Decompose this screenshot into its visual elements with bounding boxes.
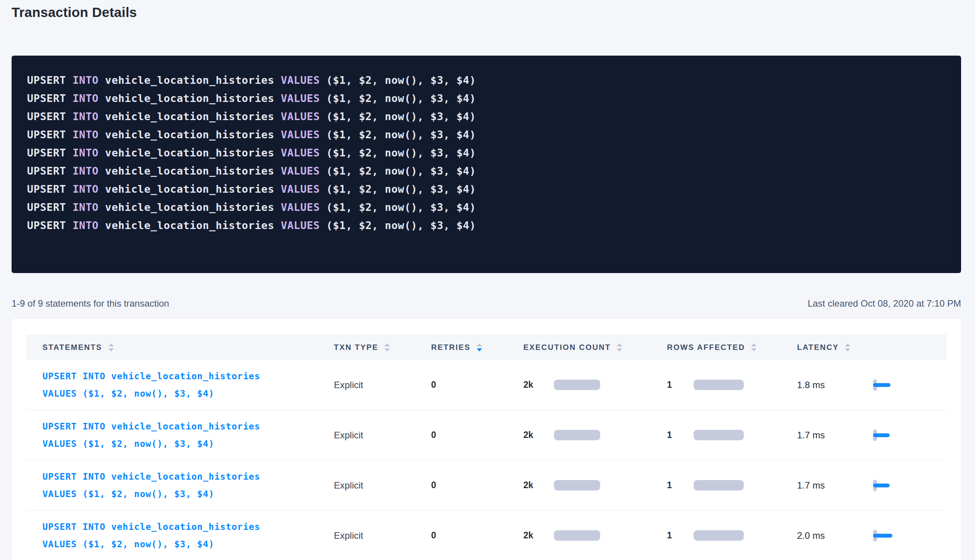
sql-text: ($1, $2, now(), $3, $4) xyxy=(320,147,476,159)
sql-text: vehicle_location_histories xyxy=(98,201,281,213)
column-header-latency[interactable]: LATENCY xyxy=(797,343,946,352)
sql-text: UPSERT xyxy=(27,183,66,195)
sort-arrows-icon xyxy=(384,343,390,351)
column-label: EXECUTION COUNT xyxy=(523,343,611,352)
sort-desc-icon xyxy=(384,348,390,351)
latency-cell: 1.8 ms xyxy=(797,379,946,391)
statement-line: UPSERT INTO vehicle_location_histories xyxy=(42,468,334,485)
sql-text: UPSERT xyxy=(27,92,66,104)
column-header-txn-type[interactable]: TXN TYPE xyxy=(334,343,431,352)
txn-type-cell: Explicit xyxy=(334,530,431,541)
column-header-rows-affected[interactable]: ROWS AFFECTED xyxy=(667,343,797,352)
sort-desc-icon xyxy=(751,348,757,351)
page-title: Transaction Details xyxy=(12,5,137,20)
rows-affected-value: 1 xyxy=(667,430,694,440)
latency-cell: 1.7 ms xyxy=(797,479,946,492)
sql-text: UPSERT xyxy=(27,110,66,122)
column-header-execution-count[interactable]: EXECUTION COUNT xyxy=(523,343,667,352)
scrollbar-track[interactable] xyxy=(975,0,980,560)
sql-text: vehicle_location_histories xyxy=(98,165,281,177)
latency-bar-chart xyxy=(873,479,892,492)
sql-statement-line: UPSERT INTO vehicle_location_histories V… xyxy=(27,144,946,162)
sql-statement-lines: UPSERT INTO vehicle_location_histories V… xyxy=(27,71,946,234)
rows-affected-bar xyxy=(694,430,744,440)
sql-keyword: INTO xyxy=(73,201,98,213)
sql-statement-line: UPSERT INTO vehicle_location_histories V… xyxy=(27,126,946,144)
sql-text: UPSERT xyxy=(27,219,66,231)
sql-text: vehicle_location_histories xyxy=(98,219,281,231)
sql-keyword: VALUES xyxy=(281,92,320,104)
table-body: UPSERT INTO vehicle_location_historiesVA… xyxy=(26,360,946,560)
sql-keyword: INTO xyxy=(73,147,98,159)
rows-affected-value: 1 xyxy=(667,380,694,390)
sql-statement-line: UPSERT INTO vehicle_location_histories V… xyxy=(27,71,946,89)
sort-desc-icon xyxy=(108,348,114,351)
rows-affected-cell: 1 xyxy=(667,380,797,390)
sort-asc-icon xyxy=(108,343,114,346)
sql-text xyxy=(66,201,73,213)
sql-code-block: UPSERT INTO vehicle_location_histories V… xyxy=(12,56,961,273)
table-row: UPSERT INTO vehicle_location_historiesVA… xyxy=(26,460,946,511)
sql-statement-line: UPSERT INTO vehicle_location_histories V… xyxy=(27,162,946,180)
execution-count-value: 2k xyxy=(523,380,554,390)
sql-keyword: INTO xyxy=(73,110,98,122)
rows-affected-cell: 1 xyxy=(667,480,797,490)
sql-text: ($1, $2, now(), $3, $4) xyxy=(320,219,476,231)
rows-affected-bar xyxy=(694,480,744,490)
execution-count-cell: 2k xyxy=(523,480,667,490)
sql-text: UPSERT xyxy=(27,129,66,141)
sql-text: ($1, $2, now(), $3, $4) xyxy=(320,165,476,177)
latency-bar-chart xyxy=(873,429,892,441)
column-header-statements[interactable]: STATEMENTS xyxy=(26,343,334,352)
sql-keyword: VALUES xyxy=(281,183,320,195)
sort-asc-icon xyxy=(477,343,482,346)
statement-cell: UPSERT INTO vehicle_location_historiesVA… xyxy=(26,368,334,402)
statement-cell: UPSERT INTO vehicle_location_historiesVA… xyxy=(26,468,334,503)
column-header-retries[interactable]: RETRIES xyxy=(431,343,523,352)
statement-link[interactable]: UPSERT INTO vehicle_location_historiesVA… xyxy=(42,418,334,453)
sql-keyword: INTO xyxy=(73,74,98,86)
sql-text xyxy=(66,165,73,177)
sort-arrows-icon xyxy=(477,343,482,351)
sql-keyword: INTO xyxy=(73,219,98,231)
table-row: UPSERT INTO vehicle_location_historiesVA… xyxy=(26,410,946,460)
sql-text: vehicle_location_histories xyxy=(98,183,281,195)
sql-text: vehicle_location_histories xyxy=(98,110,281,122)
sql-text: UPSERT xyxy=(27,165,66,177)
sql-text xyxy=(66,147,73,159)
column-label: TXN TYPE xyxy=(334,343,378,352)
statement-line: VALUES ($1, $2, now(), $3, $4) xyxy=(42,485,334,503)
statement-link[interactable]: UPSERT INTO vehicle_location_historiesVA… xyxy=(42,368,334,402)
execution-count-cell: 2k xyxy=(523,430,667,440)
sort-asc-icon xyxy=(845,343,850,346)
latency-cell: 1.7 ms xyxy=(797,429,946,441)
statement-link[interactable]: UPSERT INTO vehicle_location_historiesVA… xyxy=(42,518,334,553)
latency-bar-chart xyxy=(873,379,893,391)
sql-text: ($1, $2, now(), $3, $4) xyxy=(320,74,476,86)
txn-type-cell: Explicit xyxy=(334,430,431,441)
sql-text: vehicle_location_histories xyxy=(98,92,281,104)
retries-cell: 0 xyxy=(431,530,523,541)
sort-asc-icon xyxy=(384,343,390,346)
sql-keyword: INTO xyxy=(73,92,98,104)
sql-text: UPSERT xyxy=(27,74,66,86)
sql-keyword: VALUES xyxy=(281,110,320,122)
rows-affected-value: 1 xyxy=(667,480,694,490)
sql-text: vehicle_location_histories xyxy=(98,74,281,86)
sql-keyword: INTO xyxy=(73,165,98,177)
execution-count-bar xyxy=(554,530,600,541)
rows-affected-bar xyxy=(694,380,744,390)
sql-text: ($1, $2, now(), $3, $4) xyxy=(320,183,476,195)
execution-count-bar xyxy=(554,380,600,390)
execution-count-bar xyxy=(554,480,600,490)
sql-statement-line: UPSERT INTO vehicle_location_histories V… xyxy=(27,198,946,216)
sql-text xyxy=(66,183,73,195)
sql-text: ($1, $2, now(), $3, $4) xyxy=(320,201,476,213)
latency-mean-bar xyxy=(873,383,890,387)
statement-link[interactable]: UPSERT INTO vehicle_location_historiesVA… xyxy=(42,468,334,503)
txn-type-cell: Explicit xyxy=(334,480,431,491)
sql-text: UPSERT xyxy=(27,201,66,213)
latency-value: 1.7 ms xyxy=(797,480,873,491)
execution-count-bar xyxy=(554,430,600,440)
sort-arrows-icon xyxy=(751,343,757,351)
